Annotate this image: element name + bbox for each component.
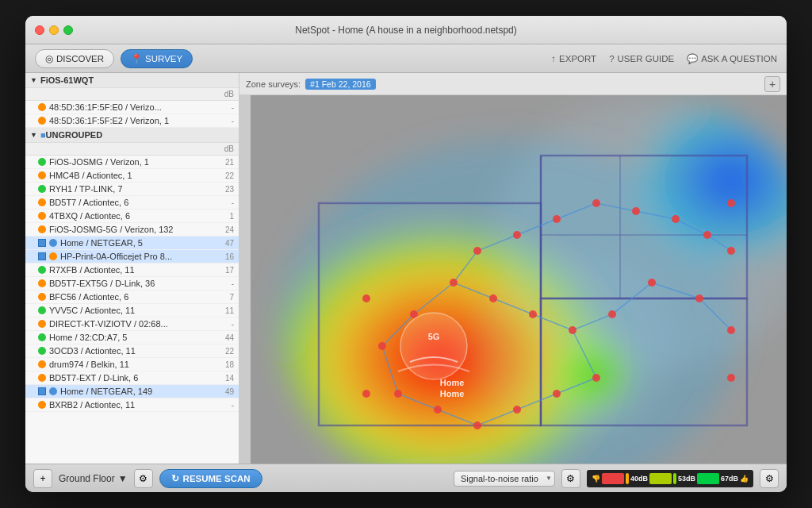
group2-col-header: dB	[25, 143, 239, 156]
heatmap-container[interactable]: 5G Home Home	[239, 95, 787, 464]
snr-53db: 53dB	[678, 475, 695, 483]
sidebar: ▼ FiOS-61WQT dB 48:5D:36:1F:5F:E0 / Veri…	[25, 73, 239, 464]
close-button[interactable]	[35, 25, 44, 35]
survey-tab[interactable]: 📍 SURVEY	[121, 49, 193, 68]
svg-point-19	[727, 326, 735, 334]
svg-point-38	[400, 313, 467, 379]
snr-separator1	[626, 473, 629, 484]
list-item[interactable]: YVV5C / Actiontec, 11 11	[25, 304, 239, 318]
zone-tag[interactable]: #1 Feb 22, 2016	[305, 79, 375, 90]
network-checkbox[interactable]	[38, 387, 46, 395]
chat-icon: 💬	[687, 53, 698, 64]
list-item[interactable]: HP-Print-0A-Officejet Pro 8... 16	[25, 250, 239, 264]
snr-thumbdown: 👎	[592, 475, 600, 483]
svg-point-32	[703, 231, 711, 239]
svg-point-17	[648, 279, 656, 287]
list-item[interactable]: 4TBXQ / Actiontec, 6 1	[25, 210, 239, 223]
svg-text:Home: Home	[440, 378, 465, 387]
status-dot	[38, 333, 46, 341]
export-button[interactable]: ↑ EXPORT	[551, 54, 596, 64]
more-options-button[interactable]: ⚙	[760, 469, 779, 488]
list-item[interactable]: Home / NETGEAR, 5 47	[25, 237, 239, 250]
list-item[interactable]: drum974 / Belkin, 11 18	[25, 358, 239, 371]
svg-point-15	[569, 326, 576, 334]
signal-select[interactable]: Signal-to-noise ratio	[454, 471, 555, 487]
maximize-button[interactable]	[63, 25, 73, 35]
status-dot	[38, 225, 46, 233]
status-dot	[38, 117, 46, 125]
signal-settings-button[interactable]: ⚙	[561, 469, 580, 488]
svg-point-10	[378, 342, 386, 350]
svg-point-18	[695, 294, 703, 302]
user-guide-button[interactable]: ? USER GUIDE	[609, 54, 674, 64]
list-item[interactable]: FiOS-JOSMG-5G / Verizon, 132 24	[25, 223, 239, 237]
list-item[interactable]: RYH1 / TP-LINK, 7 23	[25, 183, 239, 196]
floor-selector[interactable]: Ground Floor ▼	[59, 473, 128, 484]
discover-tab[interactable]: ◎ DISCOVER	[35, 49, 114, 68]
status-dot	[38, 185, 46, 193]
svg-point-31	[672, 215, 680, 223]
refresh-icon: ↻	[171, 473, 179, 484]
main-area: ▼ FiOS-61WQT dB 48:5D:36:1F:5F:E0 / Veri…	[25, 73, 787, 464]
list-item[interactable]: Home / NETGEAR, 149 49	[25, 385, 239, 398]
window-title: NetSpot - Home (A house in a neighborhoo…	[295, 25, 517, 36]
list-item[interactable]: 48:5D:36:1F:5F:E0 / Verizo... -	[25, 101, 239, 114]
network-checkbox[interactable]	[38, 252, 46, 260]
add-floor-button[interactable]: +	[33, 469, 52, 488]
svg-point-29	[592, 199, 600, 207]
svg-point-35	[362, 390, 370, 398]
svg-point-33	[727, 247, 735, 255]
signal-type-selector[interactable]: Signal-to-noise ratio ▼	[454, 471, 555, 487]
svg-point-14	[529, 310, 537, 318]
svg-rect-43	[239, 95, 251, 464]
svg-point-20	[394, 390, 402, 398]
network-checkbox[interactable]	[38, 239, 46, 247]
group1-header[interactable]: ▼ FiOS-61WQT	[25, 73, 239, 88]
svg-point-28	[553, 215, 561, 223]
snr-separator2	[673, 473, 676, 484]
status-dot	[38, 306, 46, 314]
list-item[interactable]: 48:5D:36:1F:5F:E2 / Verizon, 1 -	[25, 114, 239, 128]
svg-point-21	[434, 406, 442, 414]
add-zone-button[interactable]: +	[764, 76, 780, 92]
snr-thumbup: 👍	[740, 475, 749, 483]
list-item[interactable]: HMC4B / Actiontec, 1 22	[25, 169, 239, 183]
snr-high	[697, 473, 719, 484]
snr-legend: 👎 40dB 53dB 67dB 👍	[587, 470, 753, 487]
survey-icon: 📍	[131, 53, 142, 64]
group1-arrow: ▼	[30, 76, 37, 84]
list-item[interactable]: 3OCD3 / Actiontec, 11 22	[25, 344, 239, 358]
list-item[interactable]: BXRB2 / Actiontec, 11 -	[25, 398, 239, 412]
group2-header[interactable]: ▼ ■ UNGROUPED	[25, 128, 239, 143]
status-dot	[49, 387, 57, 395]
minimize-button[interactable]	[49, 25, 59, 35]
list-item[interactable]: R7XFB / Actiontec, 11 17	[25, 264, 239, 277]
list-item[interactable]: BD5T7-EXT5G / D-Link, 36 -	[25, 277, 239, 291]
svg-point-3	[469, 251, 676, 441]
list-item[interactable]: BFC56 / Actiontec, 6 7	[25, 291, 239, 304]
status-dot	[38, 293, 46, 301]
svg-text:Home: Home	[440, 389, 465, 398]
svg-point-26	[473, 247, 481, 255]
list-item[interactable]: BD5T7 / Actiontec, 6 -	[25, 196, 239, 210]
svg-point-22	[473, 421, 481, 429]
svg-point-34	[362, 294, 370, 302]
svg-point-13	[489, 294, 497, 302]
status-dot	[38, 320, 46, 328]
floor-settings-button[interactable]: ⚙	[134, 469, 153, 488]
map-toolbar: Zone surveys: #1 Feb 22, 2016 +	[239, 73, 787, 95]
status-dot	[38, 171, 46, 179]
ask-question-button[interactable]: 💬 ASK A QUESTION	[687, 53, 777, 64]
zone-surveys-label: Zone surveys:	[246, 79, 301, 89]
export-icon: ↑	[551, 54, 556, 64]
group2-arrow: ▼	[30, 131, 37, 139]
list-item[interactable]: BD5T7-EXT / D-Link, 6 14	[25, 371, 239, 385]
svg-text:5G: 5G	[428, 332, 440, 341]
list-item[interactable]: Home / 32:CD:A7, 5 44	[25, 331, 239, 344]
list-item[interactable]: DIRECT-KT-VIZIOTV / 02:68... -	[25, 318, 239, 331]
toolbar-right: ↑ EXPORT ? USER GUIDE 💬 ASK A QUESTION	[551, 53, 777, 64]
list-item[interactable]: FiOS-JOSMG / Verizon, 1 21	[25, 156, 239, 169]
map-area[interactable]: Zone surveys: #1 Feb 22, 2016 +	[239, 73, 787, 464]
app-window: NetSpot - Home (A house in a neighborhoo…	[25, 16, 787, 492]
resume-scan-button[interactable]: ↻ RESUME SCAN	[159, 469, 262, 488]
